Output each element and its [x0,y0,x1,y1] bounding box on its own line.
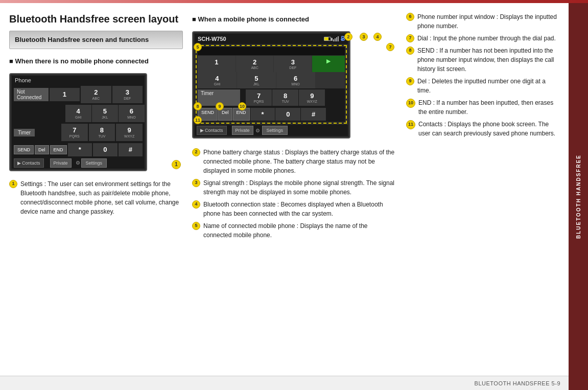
conn-key-7-letters: PQRS [247,100,271,103]
conn-key-6[interactable]: 6 MNO [276,72,315,88]
subsection-no-phone: When there is no mobile phone connected [9,57,183,65]
desc-item-4: 4 Bluetooth connection state : Becomes d… [192,200,397,218]
badge-4-on-phone: 4 [373,32,383,41]
conn-key-hash[interactable]: # [301,108,326,121]
right-column: 6 Phone number input window : Displays t… [406,12,559,371]
badge-11: 11 [406,120,415,129]
conn-private-btn[interactable]: Private [232,126,253,135]
signal-bar-4 [338,36,339,41]
conn-key-9-letters: WXYZ [300,100,324,103]
key-7pqrs[interactable]: 7 PQRS [61,124,88,141]
conn-key-7[interactable]: 7 PQRS [246,89,272,106]
badge-6: 6 [406,13,414,21]
desc-item-5: 5 Name of connected mobile phone : Displ… [192,221,397,240]
conn-settings-btn[interactable]: Settings [262,126,288,135]
desc-item-11: 11 Contacts : Displays the phone book sc… [406,120,559,138]
conn-key-9[interactable]: 9 WXYZ [299,89,325,106]
conn-key-4[interactable]: 4 GHI [198,72,237,88]
badge-8-on-phone: 8 [194,102,203,110]
conn-key-2[interactable]: 2 ABC [236,56,274,72]
send-btn[interactable]: SEND [14,145,34,154]
sidebar-label: BLUETOOTH HANDSFREE [576,154,581,239]
conn-key-8[interactable]: 8 TUV [272,89,298,106]
phone-no-connect-screen: Phone Not Connected 1 2 ABC 3 DEF [9,73,147,171]
key-9wxyz[interactable]: 9 WXYZ [116,124,143,141]
badge-2-on-phone: 2 [344,32,354,41]
phone-mockup-no-connect: Phone Not Connected 1 2 ABC 3 DEF [9,73,183,171]
key-3def[interactable]: 3 DEF [112,86,143,103]
signal-bar-2 [335,38,336,41]
badge-7: 7 [406,34,414,42]
key-hash[interactable]: # [119,143,143,156]
key-8tuv[interactable]: 8 TUV [89,124,115,141]
device-name: SCH-W750 [198,36,226,42]
conn-key-8-digit: 8 [273,92,297,100]
conn-key-3-letters: DEF [275,66,311,70]
keypad-highlight-box: 1 2 ABC 3 DEF ▶ [196,45,347,124]
badge-9-on-phone: 9 [216,102,225,110]
connected-bottom-nav: ▶ Contacts Private ⚙ Settings [195,125,348,136]
badge-8: 8 [406,47,414,55]
timer-label: Timer [14,129,35,136]
desc-item-6: 6 Phone number input window : Displays t… [406,12,559,31]
desc-item-2: 2 Phone battery charge status : Displays… [192,148,397,175]
number-input-display [198,47,345,55]
signal-bar-3 [336,37,337,41]
right-sidebar: BLUETOOTH HANDSFREE [569,3,588,390]
phone-bottom-nav: ▶ Contacts Private ⚙ Settings [12,157,145,169]
contacts-btn[interactable]: ▶ Contacts [14,158,44,168]
badge-5-on-phone: 5 [194,42,203,51]
dial-btn[interactable]: ▶ [312,56,345,72]
main-content: Bluetooth Handsfree screen layout Blueto… [0,3,569,376]
conn-key-1-digit: 1 [199,58,234,66]
right-desc-list: 6 Phone number input window : Displays t… [406,12,559,138]
signal-icon [333,36,339,41]
conn-key-7-digit: 7 [247,92,271,100]
subsection-connected: When a mobile phone is connected [192,15,397,23]
conn-key-2-letters: ABC [237,66,273,70]
keypad-row2: 4 GHI 5 JKL 6 MNO [12,104,145,123]
badge-1: 1 [9,180,17,188]
settings-description: 1 Settings : The user can set environmen… [9,179,183,216]
key-1[interactable]: 1 [50,88,80,101]
conn-key-0[interactable]: 0 [275,108,300,121]
middle-column: When a mobile phone is connected SCH-W75… [192,12,397,371]
key-4ghi[interactable]: 4 GHI [65,105,91,122]
key-6mno[interactable]: 6 MNO [119,105,145,122]
key-2abc[interactable]: 2 ABC [81,86,111,103]
badge-10: 10 [406,99,415,108]
desc-item-8: 8 SEND : If a number has not been inputt… [406,46,559,74]
private-btn[interactable]: Private [50,158,72,168]
conn-contacts-btn[interactable]: ▶ Contacts [197,126,227,135]
conn-key-5-letters: JKL [238,82,275,86]
conn-key-1[interactable]: 1 [198,56,236,72]
phone-header: Phone [12,76,145,85]
annotation-1-badge: 1 [172,160,182,169]
end-btn[interactable]: END [50,145,67,154]
conn-key-3[interactable]: 3 DEF [274,56,312,72]
badge-3: 3 [192,179,200,187]
desc-6-text: Phone number input window : Displays the… [417,12,559,31]
conn-key-3-digit: 3 [275,58,311,66]
key-star[interactable]: * [68,143,92,156]
del-btn[interactable]: Del [35,145,49,154]
badge-11-on-phone: 11 [194,116,203,124]
conn-key-star[interactable]: * [250,108,275,121]
conn-key-5[interactable]: 5 JKL [237,72,276,88]
settings-btn[interactable]: Settings [81,158,107,168]
conn-key-5-digit: 5 [238,75,275,82]
section-box-title: Bluetooth Handsfree screen and functions [15,36,149,43]
page-title: Bluetooth Handsfree screen layout [9,12,183,26]
page-number: BLUETOOTH HANDSFREE 5-9 [475,380,560,386]
conn-key-4-letters: GHI [199,82,236,86]
desc-item-3: 3 Signal strength : Displays the mobile … [192,178,397,197]
conn-key-8-letters: TUV [273,100,297,103]
action-row: SEND Del END * 0 # [12,142,145,157]
desc-item-9: 9 Del : Deletes the inputted number one … [406,77,559,95]
badge-7-on-phone: 7 [386,42,395,51]
key-0[interactable]: 0 [93,143,117,156]
desc-item-7: 7 Dial : Input the phone number through … [406,34,559,43]
conn-key-6-digit: 6 [277,75,314,82]
key-5jkl[interactable]: 5 JKL [92,105,118,122]
badge-10-on-phone: 10 [238,102,247,110]
